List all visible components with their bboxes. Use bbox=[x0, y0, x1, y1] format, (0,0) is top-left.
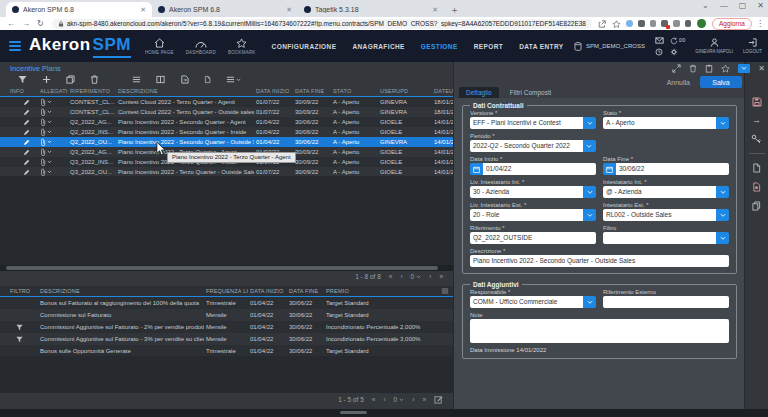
edit-icon[interactable] bbox=[23, 109, 30, 116]
add-icon[interactable] bbox=[42, 75, 51, 84]
mail-icon[interactable] bbox=[655, 37, 664, 44]
next-page-icon[interactable]: › bbox=[412, 396, 414, 403]
chevron-down-icon[interactable] bbox=[47, 120, 52, 124]
edit-icon[interactable] bbox=[23, 159, 30, 166]
riferimento-input[interactable]: Q2_2022_OUTSIDE bbox=[470, 232, 596, 244]
rows-icon[interactable] bbox=[132, 75, 141, 84]
calendar-icon[interactable] bbox=[470, 163, 483, 175]
paperclip-icon[interactable] bbox=[40, 108, 46, 117]
document-lock-icon[interactable] bbox=[752, 182, 761, 192]
home-page-button[interactable]: HOME PAGE bbox=[145, 38, 174, 55]
url-field[interactable]: akn-spm-8480.akeroncloud.com/akeron/5?ve… bbox=[52, 19, 592, 29]
forward-icon[interactable]: → bbox=[22, 19, 30, 28]
dropdown-button[interactable] bbox=[716, 117, 729, 129]
responsabile-select[interactable]: COMM - Ufficio Commerciale bbox=[470, 296, 596, 308]
intestatario-int-select[interactable]: @ - Azienda bbox=[603, 186, 729, 198]
nav-anagrafiche[interactable]: ANAGRAFICHE bbox=[352, 43, 404, 50]
document-copy-icon[interactable] bbox=[752, 201, 761, 211]
new-tab-button[interactable]: ＋ bbox=[450, 4, 459, 17]
gear-icon[interactable] bbox=[670, 48, 678, 56]
delete-icon[interactable] bbox=[689, 64, 697, 73]
extension-icon[interactable] bbox=[685, 20, 692, 27]
copy-icon[interactable] bbox=[66, 75, 75, 84]
component-row[interactable]: Commissioni Aggiuntive sul Fatturato - 2… bbox=[0, 321, 453, 333]
actions-dropdown-button[interactable] bbox=[738, 64, 750, 73]
tab-close-icon[interactable]: ✕ bbox=[432, 6, 438, 14]
dropdown-button[interactable] bbox=[583, 140, 596, 152]
columns-icon[interactable] bbox=[156, 75, 165, 84]
filtro-select[interactable] bbox=[603, 232, 729, 244]
dropdown-button[interactable] bbox=[583, 186, 596, 198]
table-row[interactable]: Q2_2022_AG... Piano Incentivo 2022 - Sec… bbox=[0, 117, 453, 127]
browser-tab-1[interactable]: Akeron SPM 6.8 ✕ bbox=[6, 2, 152, 17]
tab-close-icon[interactable]: ✕ bbox=[140, 6, 146, 14]
stato-select[interactable]: A - Aperto bbox=[603, 117, 729, 129]
edit-icon[interactable] bbox=[23, 139, 30, 146]
dropdown-button[interactable] bbox=[583, 209, 596, 221]
page-select[interactable]: 0 bbox=[394, 396, 405, 403]
tab-search-icon[interactable]: ⌄ bbox=[702, 1, 709, 10]
chevron-down-icon[interactable] bbox=[47, 110, 52, 114]
paperclip-icon[interactable] bbox=[40, 98, 46, 107]
edit-icon[interactable] bbox=[23, 99, 30, 106]
col-stato[interactable]: STATO bbox=[331, 88, 378, 94]
delete-icon[interactable] bbox=[90, 75, 99, 84]
periodo-select[interactable]: 2022-Q2 - Secondo Quarter 2022 bbox=[470, 140, 596, 152]
col-allegati[interactable]: ALLEGATI bbox=[34, 88, 68, 94]
save-disk-icon[interactable] bbox=[752, 97, 762, 107]
table-row[interactable]: Q2_2022_INS... Piano Incentivo 2022 - Se… bbox=[0, 127, 453, 137]
paperclip-icon[interactable] bbox=[40, 138, 46, 147]
hamburger-menu-icon[interactable] bbox=[9, 41, 21, 51]
chevron-down-icon[interactable] bbox=[47, 140, 52, 144]
extension-icon[interactable] bbox=[638, 20, 645, 27]
paperclip-icon[interactable] bbox=[40, 148, 46, 157]
nav-configurazione[interactable]: CONFIGURAZIONE bbox=[272, 43, 337, 50]
tab-dettaglio[interactable]: Dettaglio bbox=[459, 87, 499, 98]
col-data-inizio[interactable]: DATA INIZIO bbox=[254, 88, 293, 94]
maximize-button[interactable]: ▢ bbox=[739, 1, 747, 10]
prev-page-icon[interactable]: ‹ bbox=[383, 396, 385, 403]
nav-data-entry[interactable]: DATA ENTRY bbox=[519, 43, 563, 50]
sync-button[interactable]: 0/0 bbox=[670, 37, 685, 45]
edit-icon[interactable] bbox=[23, 119, 30, 126]
dashboard-button[interactable]: DASHBOARD bbox=[186, 38, 216, 55]
dropdown-button[interactable] bbox=[583, 296, 596, 308]
descrizione-input[interactable]: Piano Incentivo 2022 - Secondo Quarter -… bbox=[470, 255, 729, 267]
edit-icon[interactable] bbox=[23, 129, 30, 136]
note-textarea[interactable] bbox=[470, 319, 729, 343]
close-panel-icon[interactable]: ✕ bbox=[758, 64, 765, 73]
dropdown-button[interactable] bbox=[583, 117, 596, 129]
profile-avatar[interactable] bbox=[697, 19, 706, 28]
tab-filtri-composti[interactable]: Filtri Composti bbox=[503, 87, 559, 98]
filter-icon[interactable] bbox=[16, 324, 23, 331]
col-data-fine[interactable]: DATA FINE bbox=[287, 288, 324, 294]
menu-icon[interactable] bbox=[441, 287, 449, 295]
col-descrizione[interactable]: DESCRIZIONE bbox=[116, 88, 254, 94]
col-info[interactable]: INFO bbox=[0, 88, 34, 94]
extension-icon[interactable] bbox=[626, 20, 633, 27]
back-icon[interactable]: ← bbox=[7, 19, 15, 28]
chevron-down-icon[interactable] bbox=[47, 150, 52, 154]
export-icon[interactable] bbox=[180, 75, 189, 84]
prev-page-icon[interactable]: ‹ bbox=[400, 273, 402, 280]
edit-grid-icon[interactable] bbox=[434, 395, 443, 404]
scrollbar-thumb[interactable] bbox=[6, 266, 438, 270]
paperclip-icon[interactable] bbox=[40, 158, 46, 167]
liv-intestatario-est-select[interactable]: 20 - Role bbox=[470, 209, 596, 221]
update-chrome-button[interactable]: Aggiorna bbox=[712, 18, 752, 30]
close-button[interactable]: ✕ bbox=[757, 1, 764, 10]
data-fine-input[interactable]: 30/06/22 bbox=[603, 163, 729, 175]
first-page-icon[interactable]: « bbox=[389, 273, 393, 280]
grid-menu-button[interactable] bbox=[226, 75, 241, 84]
riferimento-esterno-input[interactable] bbox=[603, 296, 729, 308]
bookmark-star-icon[interactable] bbox=[612, 20, 621, 28]
filter-icon[interactable] bbox=[16, 336, 23, 343]
component-row[interactable]: Bonus sul Fatturato al raggiungimento de… bbox=[0, 297, 453, 309]
col-premio[interactable]: PREMIO bbox=[324, 288, 436, 294]
document-icon[interactable] bbox=[204, 75, 211, 84]
component-row[interactable]: Commissioni Aggiuntive sul Fatturato - 3… bbox=[0, 333, 453, 345]
filter-icon[interactable] bbox=[18, 75, 27, 84]
horizontal-scrollbar[interactable] bbox=[0, 265, 453, 271]
favorite-star-icon[interactable] bbox=[721, 64, 730, 73]
col-data-fine[interactable]: DATA FINE bbox=[293, 88, 331, 94]
